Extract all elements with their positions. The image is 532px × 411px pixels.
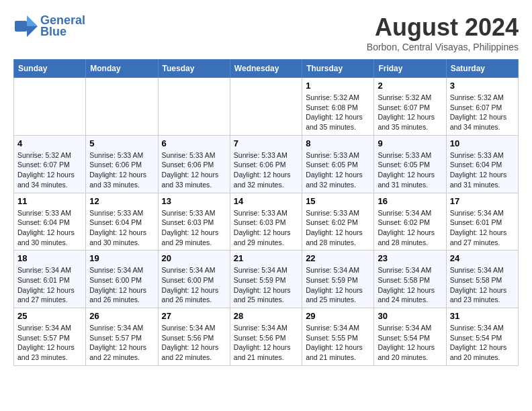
calendar-cell: 19Sunrise: 5:34 AM Sunset: 6:00 PM Dayli… <box>86 250 158 308</box>
calendar-cell: 21Sunrise: 5:34 AM Sunset: 5:59 PM Dayli… <box>230 250 302 308</box>
day-info: Sunrise: 5:33 AM Sunset: 6:06 PM Dayligh… <box>162 150 226 190</box>
day-info: Sunrise: 5:33 AM Sunset: 6:05 PM Dayligh… <box>378 150 442 190</box>
calendar-cell: 11Sunrise: 5:33 AM Sunset: 6:04 PM Dayli… <box>14 193 86 250</box>
weekday-header: Monday <box>86 60 158 78</box>
day-number: 3 <box>450 81 515 91</box>
day-info: Sunrise: 5:32 AM Sunset: 6:07 PM Dayligh… <box>450 93 515 132</box>
day-number: 9 <box>378 138 442 148</box>
day-info: Sunrise: 5:33 AM Sunset: 6:06 PM Dayligh… <box>234 150 298 190</box>
calendar-cell: 16Sunrise: 5:34 AM Sunset: 6:02 PM Dayli… <box>374 193 446 250</box>
day-info: Sunrise: 5:33 AM Sunset: 6:04 PM Dayligh… <box>17 208 82 248</box>
calendar-week-row: 25Sunrise: 5:34 AM Sunset: 5:57 PM Dayli… <box>14 308 519 366</box>
calendar-week-row: 1Sunrise: 5:32 AM Sunset: 6:08 PM Daylig… <box>14 78 519 136</box>
weekday-header: Wednesday <box>230 60 302 78</box>
day-number: 23 <box>378 253 442 263</box>
day-number: 24 <box>450 253 515 263</box>
day-number: 19 <box>89 253 154 263</box>
day-number: 8 <box>306 138 370 148</box>
day-info: Sunrise: 5:33 AM Sunset: 6:03 PM Dayligh… <box>234 208 298 248</box>
day-info: Sunrise: 5:34 AM Sunset: 5:56 PM Dayligh… <box>162 323 226 363</box>
calendar-cell: 4Sunrise: 5:32 AM Sunset: 6:07 PM Daylig… <box>14 135 86 193</box>
day-info: Sunrise: 5:33 AM Sunset: 6:04 PM Dayligh… <box>89 208 154 248</box>
day-info: Sunrise: 5:34 AM Sunset: 5:54 PM Dayligh… <box>378 323 442 363</box>
day-info: Sunrise: 5:33 AM Sunset: 6:05 PM Dayligh… <box>306 150 370 190</box>
calendar-cell: 15Sunrise: 5:33 AM Sunset: 6:02 PM Dayli… <box>302 193 374 250</box>
calendar-cell: 17Sunrise: 5:34 AM Sunset: 6:01 PM Dayli… <box>446 193 518 250</box>
calendar-cell: 9Sunrise: 5:33 AM Sunset: 6:05 PM Daylig… <box>374 135 446 193</box>
day-info: Sunrise: 5:33 AM Sunset: 6:04 PM Dayligh… <box>450 150 515 190</box>
calendar-header-row: SundayMondayTuesdayWednesdayThursdayFrid… <box>14 60 519 78</box>
day-number: 10 <box>450 138 515 148</box>
month-year-title: August 2024 <box>367 13 519 42</box>
calendar-cell: 8Sunrise: 5:33 AM Sunset: 6:05 PM Daylig… <box>302 135 374 193</box>
logo: General Blue <box>13 13 85 39</box>
day-info: Sunrise: 5:34 AM Sunset: 5:58 PM Dayligh… <box>450 265 515 305</box>
calendar-cell: 20Sunrise: 5:34 AM Sunset: 6:00 PM Dayli… <box>158 250 230 308</box>
title-area: August 2024 Borbon, Central Visayas, Phi… <box>367 13 519 52</box>
day-number: 22 <box>306 253 370 263</box>
calendar-cell: 23Sunrise: 5:34 AM Sunset: 5:58 PM Dayli… <box>374 250 446 308</box>
weekday-header: Friday <box>374 60 446 78</box>
day-info: Sunrise: 5:32 AM Sunset: 6:07 PM Dayligh… <box>378 93 442 132</box>
day-number: 4 <box>17 138 82 148</box>
day-number: 15 <box>306 196 370 206</box>
day-number: 27 <box>162 311 226 321</box>
day-info: Sunrise: 5:33 AM Sunset: 6:03 PM Dayligh… <box>162 208 226 248</box>
day-info: Sunrise: 5:34 AM Sunset: 5:59 PM Dayligh… <box>234 265 298 305</box>
calendar-cell <box>14 78 86 136</box>
day-info: Sunrise: 5:34 AM Sunset: 6:02 PM Dayligh… <box>378 208 442 248</box>
day-info: Sunrise: 5:34 AM Sunset: 5:57 PM Dayligh… <box>17 323 82 363</box>
calendar-cell: 28Sunrise: 5:34 AM Sunset: 5:56 PM Dayli… <box>230 308 302 366</box>
day-info: Sunrise: 5:34 AM Sunset: 5:55 PM Dayligh… <box>306 323 370 363</box>
svg-marker-1 <box>27 15 38 26</box>
day-number: 6 <box>162 138 226 148</box>
calendar-cell <box>230 78 302 136</box>
day-number: 17 <box>450 196 515 206</box>
day-info: Sunrise: 5:34 AM Sunset: 5:57 PM Dayligh… <box>89 323 154 363</box>
calendar-cell: 13Sunrise: 5:33 AM Sunset: 6:03 PM Dayli… <box>158 193 230 250</box>
weekday-header: Tuesday <box>158 60 230 78</box>
calendar-cell: 5Sunrise: 5:33 AM Sunset: 6:06 PM Daylig… <box>86 135 158 193</box>
calendar-cell: 14Sunrise: 5:33 AM Sunset: 6:03 PM Dayli… <box>230 193 302 250</box>
calendar-week-row: 18Sunrise: 5:34 AM Sunset: 6:01 PM Dayli… <box>14 250 519 308</box>
weekday-header: Thursday <box>302 60 374 78</box>
calendar-week-row: 4Sunrise: 5:32 AM Sunset: 6:07 PM Daylig… <box>14 135 519 193</box>
day-number: 25 <box>17 311 82 321</box>
weekday-header: Sunday <box>14 60 86 78</box>
day-info: Sunrise: 5:33 AM Sunset: 6:06 PM Dayligh… <box>89 150 154 190</box>
calendar-cell: 7Sunrise: 5:33 AM Sunset: 6:06 PM Daylig… <box>230 135 302 193</box>
calendar-table: SundayMondayTuesdayWednesdayThursdayFrid… <box>13 59 519 366</box>
calendar-cell: 29Sunrise: 5:34 AM Sunset: 5:55 PM Dayli… <box>302 308 374 366</box>
day-number: 2 <box>378 81 442 91</box>
day-number: 7 <box>234 138 298 148</box>
calendar-cell: 22Sunrise: 5:34 AM Sunset: 5:59 PM Dayli… <box>302 250 374 308</box>
calendar-cell: 6Sunrise: 5:33 AM Sunset: 6:06 PM Daylig… <box>158 135 230 193</box>
day-number: 13 <box>162 196 226 206</box>
calendar-cell <box>86 78 158 136</box>
calendar-cell: 25Sunrise: 5:34 AM Sunset: 5:57 PM Dayli… <box>14 308 86 366</box>
calendar-cell: 10Sunrise: 5:33 AM Sunset: 6:04 PM Dayli… <box>446 135 518 193</box>
calendar-cell: 3Sunrise: 5:32 AM Sunset: 6:07 PM Daylig… <box>446 78 518 136</box>
day-info: Sunrise: 5:33 AM Sunset: 6:02 PM Dayligh… <box>306 208 370 248</box>
calendar-cell: 1Sunrise: 5:32 AM Sunset: 6:08 PM Daylig… <box>302 78 374 136</box>
day-number: 21 <box>234 253 298 263</box>
svg-marker-2 <box>27 26 38 37</box>
svg-rect-0 <box>15 21 27 32</box>
calendar-cell: 18Sunrise: 5:34 AM Sunset: 6:01 PM Dayli… <box>14 250 86 308</box>
day-info: Sunrise: 5:34 AM Sunset: 5:59 PM Dayligh… <box>306 265 370 305</box>
day-info: Sunrise: 5:34 AM Sunset: 5:56 PM Dayligh… <box>234 323 298 363</box>
day-number: 5 <box>89 138 154 148</box>
calendar-cell: 2Sunrise: 5:32 AM Sunset: 6:07 PM Daylig… <box>374 78 446 136</box>
day-number: 28 <box>234 311 298 321</box>
day-number: 11 <box>17 196 82 206</box>
day-number: 16 <box>378 196 442 206</box>
day-info: Sunrise: 5:34 AM Sunset: 6:00 PM Dayligh… <box>89 265 154 305</box>
calendar-cell <box>158 78 230 136</box>
calendar-cell: 27Sunrise: 5:34 AM Sunset: 5:56 PM Dayli… <box>158 308 230 366</box>
day-number: 12 <box>89 196 154 206</box>
calendar-cell: 24Sunrise: 5:34 AM Sunset: 5:58 PM Dayli… <box>446 250 518 308</box>
day-number: 1 <box>306 81 370 91</box>
calendar-cell: 12Sunrise: 5:33 AM Sunset: 6:04 PM Dayli… <box>86 193 158 250</box>
day-info: Sunrise: 5:32 AM Sunset: 6:08 PM Dayligh… <box>306 93 370 132</box>
weekday-header: Saturday <box>446 60 518 78</box>
